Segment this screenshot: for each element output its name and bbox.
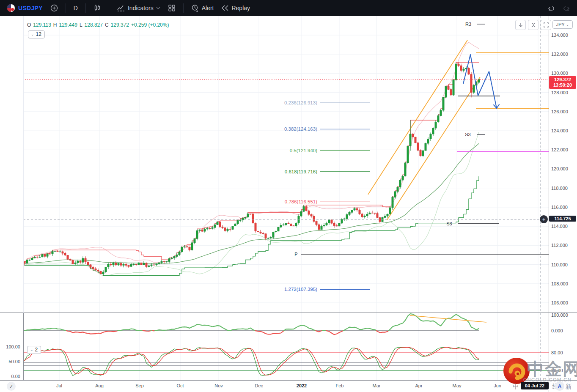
replay-rewind-icon xyxy=(221,5,229,11)
plus-circle-icon xyxy=(50,4,58,12)
undo-icon xyxy=(547,5,555,11)
indicators-icon xyxy=(117,4,125,12)
collapse-pane-button[interactable] xyxy=(528,20,539,30)
alert-label: Alert xyxy=(202,5,214,11)
arrow-down-icon xyxy=(518,22,523,27)
high-label: H xyxy=(53,22,57,28)
low-value: 128.827 xyxy=(85,22,103,28)
bar-countdown: 13:50:20 xyxy=(549,82,576,88)
pane-frames xyxy=(0,16,577,392)
close-value: 129.372 xyxy=(111,22,129,28)
pane-buttons xyxy=(515,20,551,30)
toolbar-divider xyxy=(85,3,86,13)
grid xyxy=(23,16,549,380)
symbol-name: USDJPY xyxy=(18,5,43,11)
stochastic-pane xyxy=(23,347,549,376)
crosshair-price-badge: 114.725 xyxy=(549,216,576,222)
usdjpy-flag-icon xyxy=(7,4,15,12)
low-label: L xyxy=(80,22,82,28)
change-value: +0.259 (+0.20%) xyxy=(131,22,169,28)
alert-button[interactable]: Alert xyxy=(190,3,216,14)
toolbar-divider xyxy=(109,3,109,13)
overlay-lines xyxy=(25,40,480,276)
add-order-plus-button[interactable]: + xyxy=(540,215,548,223)
replay-button[interactable]: Replay xyxy=(220,3,252,13)
chevron-down-icon xyxy=(156,7,160,10)
crosshair-date-tooltip: 04 Jul 22 xyxy=(521,382,549,389)
currency-selector[interactable]: JPY ⌄ xyxy=(552,20,573,29)
indicators-button[interactable]: Indicators xyxy=(115,3,162,13)
chart-area[interactable]: 0.236(126.913)0.382(124.163)0.5(121.940)… xyxy=(0,0,577,392)
open-value: 129.113 xyxy=(33,22,51,28)
ohlc-legend: O129.113 H129.449 L128.827 C129.372 +0.2… xyxy=(27,22,169,28)
toolbar-divider xyxy=(66,3,66,13)
high-value: 129.449 xyxy=(59,22,77,28)
trading-terminal: USDJPY D Indicators xyxy=(0,0,577,392)
projection-drawing xyxy=(463,55,499,108)
top-toolbar: USDJPY D Indicators xyxy=(0,0,577,16)
toolbar-divider xyxy=(183,3,184,13)
grid-layout-icon xyxy=(168,4,176,12)
layout-grid-button[interactable] xyxy=(166,3,177,13)
chevron-down-icon: ⌄ xyxy=(31,32,34,36)
stoch-length-badge[interactable]: ⌄ 2 xyxy=(27,346,41,354)
go-to-realtime-button[interactable] xyxy=(515,20,526,30)
currency-label: JPY xyxy=(556,22,565,27)
timezone-button[interactable]: Z xyxy=(7,382,16,391)
indicator-length-value: 12 xyxy=(36,31,41,37)
chevron-down-icon: ⌄ xyxy=(30,348,33,352)
stoch-length-value: 2 xyxy=(35,347,38,353)
indicator-length-badge[interactable]: ⌄ 12 xyxy=(28,30,45,38)
symbol-button[interactable]: USDJPY xyxy=(5,3,44,14)
chart-plot[interactable] xyxy=(0,0,577,392)
replay-label: Replay xyxy=(231,5,250,11)
alert-clock-icon xyxy=(191,4,199,12)
maximize-icon xyxy=(544,22,549,27)
candlestick-icon xyxy=(93,4,101,12)
open-label: O xyxy=(27,22,31,28)
collapse-icon xyxy=(531,22,536,27)
chevron-down-icon: ⌄ xyxy=(566,22,569,27)
compare-add-button[interactable] xyxy=(49,3,60,13)
chart-style-button[interactable] xyxy=(92,3,103,13)
redo-icon xyxy=(563,5,570,11)
last-price-badge: 129.372 13:50:20 xyxy=(549,76,576,89)
last-price-value: 129.372 xyxy=(549,77,576,82)
redo-button[interactable] xyxy=(561,4,572,12)
maximize-pane-button[interactable] xyxy=(541,20,551,30)
price-levels xyxy=(301,24,549,254)
undo-button[interactable] xyxy=(546,4,557,12)
interval-label: D xyxy=(74,5,78,11)
momentum-pane xyxy=(23,314,486,334)
close-label: C xyxy=(105,22,109,28)
indicators-label: Indicators xyxy=(128,5,154,11)
interval-button[interactable]: D xyxy=(72,3,80,13)
